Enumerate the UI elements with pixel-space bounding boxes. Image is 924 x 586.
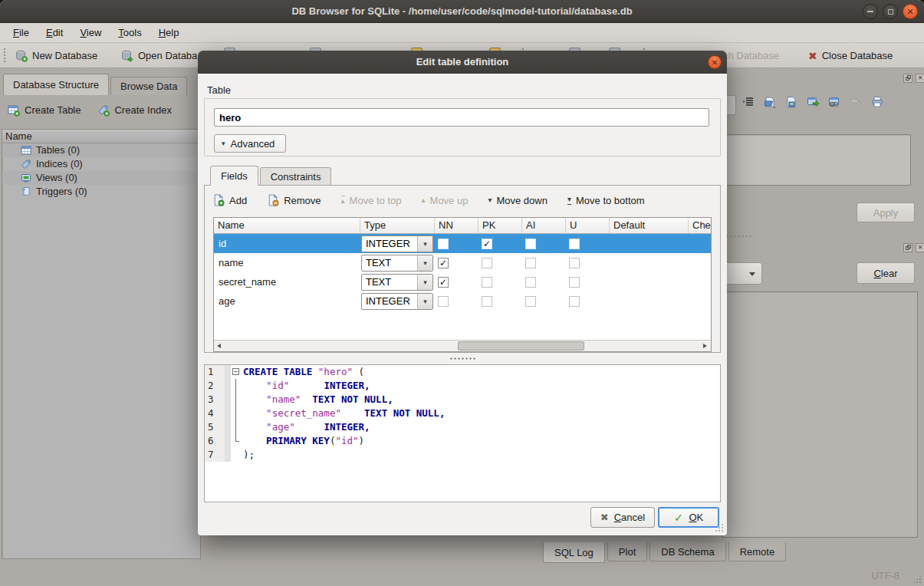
execute-icon[interactable]: [807, 96, 819, 108]
column-header-pk[interactable]: PK: [478, 218, 522, 233]
tab-sql-log[interactable]: SQL Log: [543, 542, 605, 563]
tab-fields[interactable]: Fields: [210, 166, 258, 186]
remove-field-button[interactable]: Remove: [267, 194, 321, 206]
clear-button[interactable]: Clear: [857, 262, 915, 284]
tab-db-schema[interactable]: DB Schema: [649, 542, 725, 561]
dialog-close-button[interactable]: ✕: [708, 55, 722, 69]
field-name-cell[interactable]: id: [214, 234, 360, 253]
field-ai-checkbox[interactable]: [525, 296, 536, 307]
field-pk-checkbox[interactable]: ✓: [482, 239, 492, 249]
grid-horizontal-scrollbar[interactable]: [214, 340, 711, 351]
field-u-checkbox[interactable]: [569, 277, 580, 288]
field-name-cell[interactable]: name: [214, 253, 360, 272]
scroll-track[interactable]: [225, 341, 699, 351]
menu-edit[interactable]: Edit: [38, 23, 71, 43]
scroll-left-button[interactable]: [214, 341, 225, 351]
field-type-combo[interactable]: TEXT▾: [361, 274, 433, 291]
field-check-cell[interactable]: [689, 272, 712, 291]
log-filter-combo-partial[interactable]: [722, 262, 762, 285]
schema-tree[interactable]: Name Tables (0) Indices (0) Views (0) Tr…: [2, 129, 201, 559]
field-type-combo[interactable]: INTEGER▾: [361, 235, 433, 252]
field-nn-checkbox[interactable]: ✓: [438, 277, 449, 288]
field-row-age[interactable]: ageINTEGER▾: [214, 291, 711, 311]
field-pk-checkbox[interactable]: [482, 258, 492, 268]
field-u-checkbox[interactable]: [569, 258, 580, 268]
field-row-name[interactable]: nameTEXT▾✓: [214, 253, 711, 272]
menu-tools[interactable]: Tools: [110, 23, 150, 43]
fields-grid[interactable]: Name Type NN PK AI U Default Check idINT…: [213, 217, 712, 352]
save-file-icon[interactable]: [785, 96, 797, 108]
field-type-combo[interactable]: INTEGER▾: [361, 293, 433, 310]
tab-remote[interactable]: Remote: [728, 542, 787, 561]
field-name-cell[interactable]: age: [214, 291, 360, 311]
dialog-titlebar[interactable]: Edit table definition ✕: [198, 51, 727, 74]
field-pk-checkbox[interactable]: [482, 296, 492, 307]
tree-item-indices[interactable]: Indices (0): [2, 157, 200, 171]
toolbar-drag-handle[interactable]: [3, 48, 7, 64]
field-nn-checkbox[interactable]: [438, 239, 449, 249]
field-u-checkbox[interactable]: [569, 296, 580, 307]
dock-close-button-log[interactable]: ✕: [916, 243, 924, 252]
open-file-icon[interactable]: [764, 96, 776, 108]
field-check-cell[interactable]: [689, 291, 712, 311]
create-index-button[interactable]: Create Index: [97, 100, 171, 120]
field-default-cell[interactable]: [610, 272, 689, 291]
field-ai-checkbox[interactable]: [525, 258, 536, 268]
field-check-cell[interactable]: [689, 253, 712, 272]
field-nn-checkbox[interactable]: ✓: [438, 258, 449, 268]
field-check-cell[interactable]: [689, 234, 712, 253]
scroll-right-button[interactable]: [699, 341, 711, 351]
close-window-button[interactable]: ✕: [903, 4, 918, 19]
field-default-cell[interactable]: [610, 291, 689, 311]
table-name-input[interactable]: [214, 108, 709, 127]
dock-close-button[interactable]: ✕: [916, 74, 924, 83]
move-down-button[interactable]: ▾ Move down: [488, 195, 547, 206]
fields-sql-splitter[interactable]: [204, 356, 721, 360]
create-table-button[interactable]: Create Table: [8, 100, 81, 120]
new-database-button[interactable]: New Database: [11, 46, 102, 65]
add-field-button[interactable]: Add: [212, 194, 247, 206]
column-header-nn[interactable]: NN: [435, 218, 478, 233]
scroll-thumb[interactable]: [458, 341, 584, 351]
column-header-check[interactable]: Check: [689, 218, 712, 233]
titlebar[interactable]: DB Browser for SQLite - /home/user/code/…: [0, 0, 924, 23]
window-resize-grip[interactable]: [912, 574, 922, 584]
cell-editor-box[interactable]: [722, 134, 911, 186]
menu-view[interactable]: View: [71, 23, 110, 43]
field-default-cell[interactable]: [610, 234, 689, 253]
tree-item-triggers[interactable]: Triggers (0): [2, 185, 200, 199]
close-database-button[interactable]: ✖ Close Database: [804, 46, 897, 65]
menu-file[interactable]: File: [5, 23, 38, 43]
tree-item-tables[interactable]: Tables (0): [2, 143, 200, 157]
field-default-cell[interactable]: [610, 253, 689, 272]
column-header-ai[interactable]: AI: [522, 218, 566, 233]
move-to-bottom-button[interactable]: ▾ Move to bottom: [567, 195, 645, 206]
tree-header-name[interactable]: Name: [2, 130, 200, 143]
column-header-type[interactable]: Type: [360, 218, 435, 233]
collapse-icon[interactable]: −: [232, 368, 239, 375]
print-icon[interactable]: [871, 96, 883, 108]
sql-log-area[interactable]: [722, 291, 918, 538]
column-header-default[interactable]: Default: [610, 218, 689, 233]
field-nn-checkbox[interactable]: [438, 296, 449, 307]
link-icon[interactable]: [828, 96, 840, 108]
fold-marker[interactable]: −: [231, 365, 242, 379]
ok-button[interactable]: ✓ OK: [658, 507, 719, 528]
menu-help[interactable]: Help: [150, 23, 188, 43]
cancel-button[interactable]: ✖ Cancel: [590, 507, 655, 528]
dock-float-button[interactable]: [903, 74, 912, 83]
advanced-button[interactable]: ▾ Advanced: [214, 134, 286, 153]
tab-database-structure[interactable]: Database Structure: [3, 74, 109, 95]
field-ai-checkbox[interactable]: [525, 239, 536, 249]
column-header-u[interactable]: U: [566, 218, 610, 233]
minimize-button[interactable]: [863, 4, 878, 19]
sql-preview[interactable]: 1−CREATE TABLE "hero" (2 "id" INTEGER,3 …: [204, 364, 721, 502]
field-u-checkbox[interactable]: [569, 239, 580, 249]
maximize-button[interactable]: [883, 4, 898, 19]
field-ai-checkbox[interactable]: [525, 277, 536, 288]
record-icon[interactable]: [850, 96, 862, 108]
tab-browse-data[interactable]: Browse Data: [110, 77, 187, 95]
tree-item-views[interactable]: Views (0): [2, 171, 200, 185]
tab-plot[interactable]: Plot: [607, 542, 647, 561]
field-row-id[interactable]: idINTEGER▾✓: [214, 234, 711, 253]
